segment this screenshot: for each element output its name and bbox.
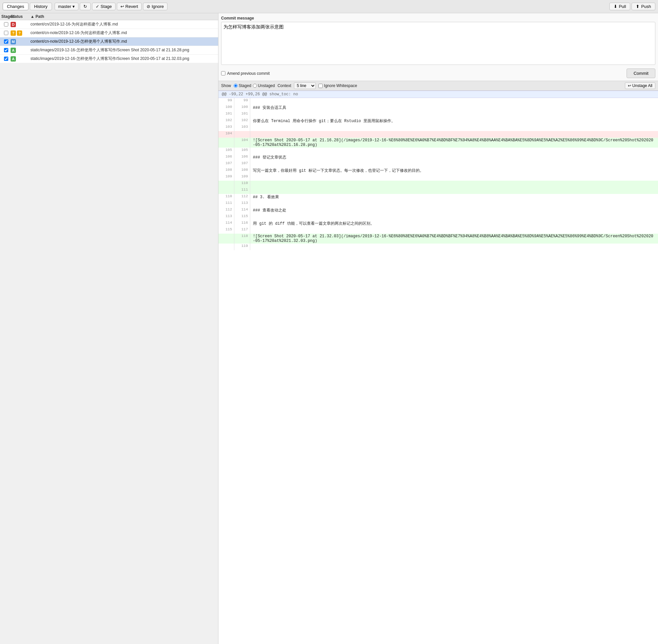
status-cell: A (10, 48, 30, 53)
table-row[interactable]: Astatic/images/2019-12-16-怎样使用个人博客写作/Scr… (0, 54, 218, 63)
status-badge: M (10, 39, 16, 44)
diff-line-content (250, 214, 658, 221)
line-num-right: 102 (234, 118, 250, 124)
line-num-right: 107 (234, 161, 250, 167)
table-row[interactable]: Astatic/images/2019-12-16-怎样使用个人博客写作/Scr… (0, 46, 218, 54)
line-num-right (234, 131, 250, 138)
context-select[interactable]: 5 line 3 line 10 line (294, 83, 316, 89)
revert-button[interactable]: ↩ Revert (117, 3, 142, 10)
diff-row: 100100### 安装合适工具 (219, 105, 658, 111)
line-num-left (219, 244, 234, 250)
refresh-icon: ↻ (84, 4, 87, 9)
file-path: static/images/2019-12-16-怎样使用个人博客写作/Scre… (30, 47, 217, 53)
ignore-ws-label[interactable]: Ignore Whitespace (318, 84, 357, 88)
amend-label[interactable]: Amend previous commit (221, 71, 270, 76)
diff-line-content (250, 131, 658, 138)
file-staged-checkbox[interactable] (4, 22, 8, 26)
ignore-ws-text: Ignore Whitespace (324, 84, 357, 88)
line-num-left: 104 (219, 131, 234, 138)
file-staged-checkbox[interactable] (4, 39, 8, 44)
line-num-left: 109 (219, 174, 234, 181)
pull-button[interactable]: ⬇ Pull (609, 3, 631, 10)
line-num-left (219, 187, 234, 194)
file-staged-checkbox[interactable] (4, 48, 8, 52)
status-col-header: Status (10, 14, 30, 19)
diff-line-content (250, 147, 658, 154)
table-row[interactable]: Mcontent/cn-note/2019-12-16-怎样使用个人博客写作.m… (0, 38, 218, 46)
checkbox-cell (1, 39, 10, 44)
diff-line-content: ## 3. 看效果 (250, 194, 658, 201)
diff-row: 105105 (219, 147, 658, 154)
line-num-right: 119 (234, 244, 250, 250)
history-tab[interactable]: History (30, 3, 52, 10)
stage-button[interactable]: ✓ Stage (92, 3, 115, 10)
checkbox-cell (1, 22, 10, 26)
diff-row: 110 (219, 181, 658, 187)
line-num-left: 107 (219, 161, 234, 167)
view-mode-group: Staged Unstaged (234, 84, 275, 88)
pull-label: Pull (619, 4, 626, 9)
branch-selector[interactable]: master ▾ (54, 3, 78, 10)
status-badge: A (10, 48, 16, 53)
context-label: Context (277, 84, 291, 88)
line-num-left: 102 (219, 118, 234, 124)
commit-message-input[interactable] (221, 22, 655, 65)
pull-icon: ⬇ (614, 4, 617, 9)
diff-line-content (250, 124, 658, 131)
changes-tab[interactable]: Changes (3, 3, 28, 10)
staged-radio[interactable] (234, 84, 237, 88)
diff-line-content: 写完一篇文章，你最好用 git 标记一下文章状态。每一次修改，也登记一下，记下修… (250, 167, 658, 174)
status-cell: ?? (10, 30, 30, 36)
line-num-right: 112 (234, 194, 250, 201)
unstaged-radio[interactable] (253, 84, 257, 88)
file-list-header: Staged Status ▲ Path (0, 13, 218, 20)
status-badge: A (10, 56, 16, 62)
line-num-right: 100 (234, 105, 250, 111)
amend-checkbox[interactable] (221, 71, 225, 75)
unstage-all-button[interactable]: ↩ Unstage All (625, 83, 655, 89)
ignore-ws-checkbox[interactable] (318, 84, 323, 88)
line-num-left: 105 (219, 147, 234, 154)
table-row[interactable]: Dcontent/cn/2019-12-16-为何这样搭建个人博客.md (0, 20, 218, 29)
status-cell: A (10, 56, 30, 62)
ignore-icon: ⊘ (146, 4, 150, 9)
table-row[interactable]: ??content/cn-note/2019-12-16-为何这样搭建个人博客.… (0, 29, 218, 38)
refresh-button[interactable]: ↻ (80, 3, 91, 10)
status-badge: D (10, 22, 16, 27)
chevron-down-icon: ▾ (72, 4, 75, 9)
line-num-left (219, 234, 234, 244)
file-path: content/cn-note/2019-12-16-为何这样搭建个人博客.md (30, 30, 217, 36)
diff-line-content (250, 98, 658, 105)
branch-label: master (58, 4, 71, 9)
revert-icon: ↩ (120, 4, 124, 9)
main-layout: Staged Status ▲ Path Dcontent/cn/2019-12… (0, 13, 658, 644)
file-staged-checkbox[interactable] (4, 31, 8, 35)
file-staged-checkbox[interactable] (4, 56, 8, 61)
diff-row: 101101 (219, 111, 658, 118)
diff-line-content: ### 安装合适工具 (250, 105, 658, 111)
staged-radio-label[interactable]: Staged (234, 84, 251, 88)
diff-line-content (250, 181, 658, 187)
unstaged-radio-label[interactable]: Unstaged (253, 84, 275, 88)
diff-line-content: ![Screen Shot 2020-05-17 at 21.16.28](/i… (250, 138, 658, 147)
path-col-header: ▲ Path (30, 14, 217, 19)
diff-view[interactable]: @@ -99,22 +99,26 @@ show_toc: no99991001… (219, 91, 658, 644)
ignore-button[interactable]: ⊘ Ignore (143, 3, 167, 10)
toolbar: Changes History master ▾ ↻ ✓ Stage ↩ Rev… (0, 0, 658, 13)
diff-line-content (250, 244, 658, 250)
status-cell: D (10, 22, 30, 27)
diff-line-content (250, 111, 658, 118)
push-button[interactable]: ⬆ Push (632, 3, 655, 10)
commit-message-label: Commit message (221, 16, 655, 21)
diff-line-content (250, 174, 658, 181)
diff-row: 115117 (219, 227, 658, 234)
left-panel: Staged Status ▲ Path Dcontent/cn/2019-12… (0, 13, 219, 644)
status-badge: ? (17, 30, 22, 36)
line-num-right: 113 (234, 201, 250, 207)
file-path: static/images/2019-12-16-怎样使用个人博客写作/Scre… (30, 56, 217, 62)
line-num-right: 111 (234, 187, 250, 194)
file-path: content/cn-note/2019-12-16-怎样使用个人博客写作.md (30, 39, 217, 44)
commit-button[interactable]: Commit (627, 69, 655, 78)
line-num-left: 114 (219, 221, 234, 227)
diff-line-content (250, 201, 658, 207)
